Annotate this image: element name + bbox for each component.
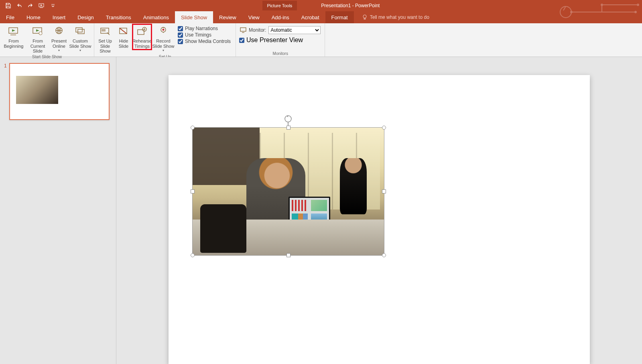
svg-point-9 [39, 32, 42, 35]
group-label-start: Start Slide Show [2, 55, 92, 60]
record-slide-show-button[interactable]: Record Slide Show▾ [151, 24, 175, 53]
present-online-icon [53, 25, 65, 37]
resize-handle-e[interactable] [382, 189, 386, 193]
resize-handle-n[interactable] [286, 126, 291, 130]
lightbulb-icon [362, 14, 368, 20]
group-set-up: Set Up Slide Show Hide Slide Rehearse Ti… [94, 23, 236, 57]
slide-thumbnails-pane[interactable]: 1 [0, 57, 116, 364]
thumbnail-picture-icon [16, 76, 58, 104]
workspace: 1 [0, 57, 642, 364]
svg-point-4 [637, 4, 639, 6]
resize-handle-se[interactable] [382, 253, 386, 257]
rehearse-timings-icon [136, 25, 148, 37]
tab-animations[interactable]: Animations [137, 11, 175, 23]
tab-insert[interactable]: Insert [47, 11, 72, 23]
tab-home[interactable]: Home [20, 11, 47, 23]
from-beginning-button[interactable]: From Beginning [2, 24, 26, 49]
tab-transitions[interactable]: Transitions [100, 11, 137, 23]
svg-point-6 [363, 15, 366, 18]
undo-icon[interactable] [16, 2, 22, 9]
custom-show-icon [74, 25, 86, 37]
document-title: Presentation1 - PowerPoint [321, 3, 380, 8]
slide-canvas-area[interactable] [116, 57, 642, 364]
quick-access-toolbar [0, 0, 56, 11]
tab-file[interactable]: File [0, 11, 20, 23]
monitor-label: Monitor: [249, 27, 266, 33]
redo-icon[interactable] [27, 2, 34, 9]
resize-handle-ne[interactable] [382, 126, 386, 130]
present-online-button[interactable]: Present Online▾ [50, 24, 68, 53]
selected-picture[interactable] [192, 127, 384, 256]
record-icon [157, 25, 169, 37]
show-media-controls-checkbox[interactable]: Show Media Controls [178, 39, 231, 44]
hide-slide-button[interactable]: Hide Slide [114, 24, 133, 49]
tab-add-ins[interactable]: Add-ins [266, 11, 295, 23]
use-timings-checkbox[interactable]: Use Timings [178, 32, 231, 38]
contextual-tab-label[interactable]: Picture Tools [262, 1, 297, 10]
tab-format[interactable]: Format [325, 11, 354, 23]
tab-design[interactable]: Design [71, 11, 100, 23]
play-from-current-icon [32, 25, 44, 37]
svg-point-18 [163, 29, 165, 31]
from-current-slide-button[interactable]: From Current Slide [26, 24, 50, 55]
resize-handle-w[interactable] [191, 189, 195, 193]
group-label-monitors: Monitors [238, 51, 323, 57]
set-up-icon [99, 25, 111, 37]
office-photo [193, 128, 384, 255]
ribbon: From Beginning From Current Slide Presen… [0, 23, 642, 57]
hide-slide-icon [118, 25, 130, 37]
resize-handle-nw[interactable] [191, 126, 195, 130]
tab-review[interactable]: Review [213, 11, 242, 23]
tab-view[interactable]: View [242, 11, 266, 23]
customize-qat-icon[interactable] [50, 2, 56, 9]
custom-slide-show-button[interactable]: Custom Slide Show▾ [68, 24, 92, 53]
start-from-beginning-icon[interactable] [39, 2, 45, 9]
use-presenter-view-checkbox[interactable]: Use Presenter View [238, 37, 323, 44]
save-icon[interactable] [5, 2, 11, 9]
svg-rect-11 [76, 28, 82, 32]
group-start-slide-show: From Beginning From Current Slide Presen… [0, 23, 94, 57]
play-from-start-icon [8, 25, 20, 37]
resize-handle-s[interactable] [286, 253, 291, 257]
group-monitors: Monitor: Automatic Use Presenter View Mo… [236, 23, 325, 57]
resize-handle-sw[interactable] [191, 253, 195, 257]
play-narrations-checkbox[interactable]: Play Narrations [178, 26, 231, 31]
rehearse-timings-button[interactable]: Rehearse Timings [133, 24, 151, 49]
svg-rect-19 [240, 28, 246, 31]
slide-thumbnail-1[interactable] [9, 63, 110, 120]
ribbon-tabs: File Home Insert Design Transitions Anim… [0, 11, 642, 23]
tell-me-search[interactable]: Tell me what you want to do [354, 11, 429, 23]
tell-me-label: Tell me what you want to do [370, 14, 429, 20]
thumbnail-number: 1 [4, 63, 7, 69]
tab-acrobat[interactable]: Acrobat [295, 11, 325, 23]
slide[interactable] [169, 75, 590, 364]
monitor-select[interactable]: Automatic [268, 26, 321, 34]
svg-rect-12 [78, 29, 84, 34]
title-bar: Picture Tools Presentation1 - PowerPoint [0, 0, 642, 11]
tab-slide-show[interactable]: Slide Show [175, 11, 213, 23]
svg-point-3 [601, 4, 603, 6]
monitor-icon [240, 27, 246, 33]
set-up-slide-show-button[interactable]: Set Up Slide Show [96, 24, 114, 55]
